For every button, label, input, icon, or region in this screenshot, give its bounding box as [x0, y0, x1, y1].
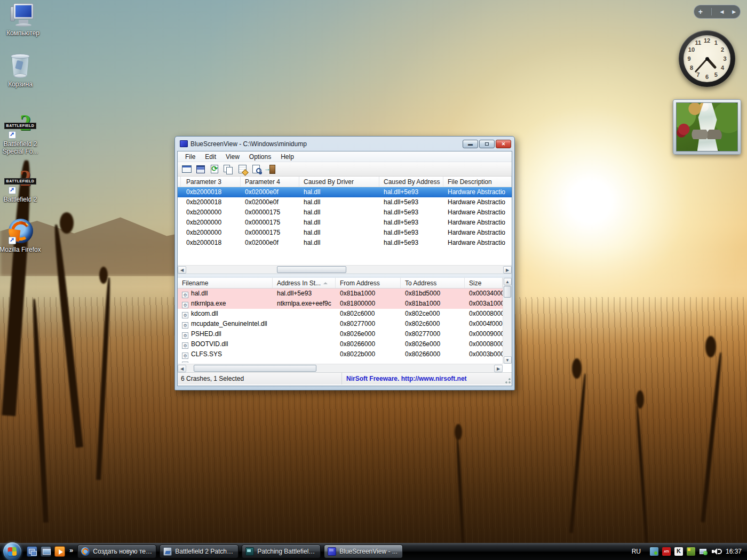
scroll-left-icon[interactable]: ◀: [178, 365, 186, 372]
column-header-to-address[interactable]: To Address: [401, 278, 465, 288]
properties-icon[interactable]: [236, 163, 249, 175]
resize-grip[interactable]: [505, 378, 511, 384]
desktop-icon-recycle-bin[interactable]: Корзина: [0, 53, 46, 88]
report-icon[interactable]: [180, 163, 193, 175]
battlefield2-icon: 2BATTLEFIELD: [7, 169, 33, 194]
scroll-down-icon[interactable]: ▼: [504, 356, 512, 364]
table-row[interactable]: CLFS.SYS0x8022b0000x802660000x0003b000: [178, 349, 512, 359]
table-row[interactable]: PSHED.dll0x8026e0000x802770000x00009000: [178, 329, 512, 339]
refresh-icon[interactable]: [208, 163, 221, 175]
desktop-icon-label: Mozilla Firefox: [0, 246, 46, 253]
add-gadget-button[interactable]: +: [698, 7, 703, 16]
driver-list-body: hal.dllhal.dll+5e930x81ba10000x81bd50000…: [178, 289, 512, 359]
horizontal-scrollbar[interactable]: ◀ ▶: [178, 265, 512, 274]
quick-launch-overflow-chevron[interactable]: »: [69, 546, 73, 554]
menu-help[interactable]: Help: [276, 152, 298, 162]
table-cell-p3: 0xb2000000: [178, 207, 241, 218]
table-cell-filename: BOOTVID.dll: [178, 339, 273, 349]
table-row[interactable]: ntkrnlpa.exentkrnlpa.exe+eef9c0x81800000…: [178, 299, 512, 309]
photo-slideshow-gadget[interactable]: [673, 99, 741, 155]
volume-tray-icon[interactable]: [711, 547, 720, 556]
scroll-left-icon[interactable]: ◀: [178, 266, 186, 274]
desktop-icon-computer[interactable]: Компьютер: [0, 2, 49, 37]
scroll-up-icon[interactable]: ▲: [504, 278, 512, 285]
grass-seed-head: [636, 390, 644, 409]
show-desktop-icon[interactable]: [41, 546, 51, 557]
scroll-right-icon[interactable]: ▶: [503, 266, 512, 274]
table-row[interactable]: BOOTVID.dll0x802660000x8026e0000x0000800…: [178, 339, 512, 349]
language-indicator[interactable]: RU: [632, 548, 641, 555]
column-header-parameter4[interactable]: Parameter 4: [241, 177, 299, 187]
exit-icon[interactable]: [264, 163, 276, 175]
desktop-icon-bf2[interactable]: 2BATTLEFIELD Battlefield 2: [0, 169, 46, 203]
table-row[interactable]: 0xb20000000x00000175hal.dllhal.dll+5e93H…: [178, 218, 512, 228]
minimize-button[interactable]: ▬: [463, 140, 478, 148]
table-cell-addr_in_stack: [273, 349, 336, 359]
maximize-button[interactable]: [479, 140, 495, 148]
desktop-icon-firefox[interactable]: Mozilla Firefox: [0, 219, 46, 253]
vertical-scrollbar[interactable]: ▲ ▼: [503, 278, 512, 364]
table-cell-addr_in_stack: ntkrnlpa.exe+eef9c: [273, 299, 336, 309]
menu-file[interactable]: File: [181, 152, 200, 162]
close-button[interactable]: ✕: [496, 140, 511, 148]
table-cell-desc: Hardware Abstractio: [443, 218, 512, 228]
gadget-prev-icon[interactable]: ◀: [720, 9, 724, 14]
table-cell-filename: CLFS.SYS: [178, 349, 273, 359]
network-tray-icon[interactable]: [699, 547, 708, 556]
column-header-size[interactable]: Size: [465, 278, 503, 288]
find-icon[interactable]: [250, 163, 263, 175]
save-icon[interactable]: [194, 163, 207, 175]
taskbar-button-bf2-patch[interactable]: Battlefield 2 Patch v...: [160, 545, 239, 558]
table-row[interactable]: mcupdate_GenuineIntel.dll0x802770000x802…: [178, 319, 512, 329]
menu-options[interactable]: Options: [245, 152, 275, 162]
horizontal-scrollbar[interactable]: ◀ ▶: [178, 364, 503, 372]
desktop-icon-bf2-special-forces[interactable]: 2BATTLEFIELD Battlefield 2 Special Fo...: [0, 113, 46, 155]
media-player-icon[interactable]: [54, 546, 65, 557]
photo-stream: [697, 103, 718, 151]
table-row[interactable]: kdcom.dll0x802c60000x802ce0000x00008000: [178, 309, 512, 319]
photo-rocks: [689, 130, 725, 139]
taskbar-button-firefox[interactable]: Создать новую тем...: [77, 545, 156, 558]
table-row[interactable]: hal.dllhal.dll+5e930x81ba10000x81bd50000…: [178, 289, 512, 299]
tray-app-icon[interactable]: [687, 547, 695, 556]
table-cell-to_addr: 0x802c6000: [401, 319, 465, 329]
ati-tray-icon[interactable]: ATI: [662, 547, 671, 556]
tray-utility-icon[interactable]: [650, 547, 658, 556]
column-header-file-description[interactable]: File Description: [443, 177, 512, 187]
column-header-caused-by-driver[interactable]: Caused By Driver: [299, 177, 379, 187]
table-row[interactable]: 0xb20000000x00000175hal.dllhal.dll+5e93H…: [178, 207, 512, 218]
table-cell-from_addr: 0x8026e000: [336, 329, 401, 339]
column-header-from-address[interactable]: From Address: [336, 278, 401, 288]
pane-splitter[interactable]: [178, 274, 512, 278]
scroll-right-icon[interactable]: ▶: [494, 365, 503, 372]
scrollbar-thumb[interactable]: [194, 365, 316, 372]
table-row[interactable]: 0xb20000180x02000e0fhal.dllhal.dll+5e93H…: [178, 197, 512, 207]
column-header-filename[interactable]: Filename: [178, 278, 273, 288]
menu-view[interactable]: View: [221, 152, 244, 162]
scrollbar-thumb[interactable]: [504, 286, 511, 298]
table-cell-address: hal.dll+5e93: [379, 207, 443, 218]
taskbar-clock[interactable]: 16:37: [726, 548, 742, 555]
table-row[interactable]: 0xb20000180x02000e0fhal.dllhal.dll+5e93H…: [178, 187, 512, 197]
gadget-next-icon[interactable]: ▶: [732, 9, 736, 14]
start-button[interactable]: [3, 542, 21, 560]
nirsoft-link[interactable]: NirSoft Freeware. http://www.nirsoft.net: [342, 375, 512, 382]
window-titlebar[interactable]: BlueScreenView - C:\Windows\minidump ▬ ✕: [177, 137, 512, 151]
column-header-caused-by-address[interactable]: Caused By Address: [379, 177, 443, 187]
grass-seed-head: [572, 358, 582, 379]
dll-file-icon: [182, 322, 188, 329]
taskbar-button-patching-console[interactable]: Patching Battlefield ...: [242, 545, 321, 558]
table-row[interactable]: 0xb20000000x00000175hal.dllhal.dll+5e93H…: [178, 228, 512, 238]
kaspersky-tray-icon[interactable]: K: [674, 547, 683, 556]
computer-icon: [10, 2, 36, 28]
switch-windows-icon[interactable]: [27, 546, 37, 557]
menu-edit[interactable]: Edit: [201, 152, 220, 162]
column-header-parameter3[interactable]: Parameter 3: [181, 177, 241, 187]
copy-icon[interactable]: [222, 163, 235, 175]
task-button-label: Battlefield 2 Patch v...: [175, 548, 235, 555]
column-header-address-in-stack[interactable]: Address In St...: [273, 278, 336, 288]
taskbar-button-bluescreenview[interactable]: BlueScreenView - ...: [324, 545, 403, 558]
clock-gadget[interactable]: 1212 345 678 91011: [679, 30, 735, 87]
scrollbar-thumb[interactable]: [277, 266, 346, 273]
table-row[interactable]: 0xb20000180x02000e0fhal.dllhal.dll+5e93H…: [178, 238, 512, 248]
